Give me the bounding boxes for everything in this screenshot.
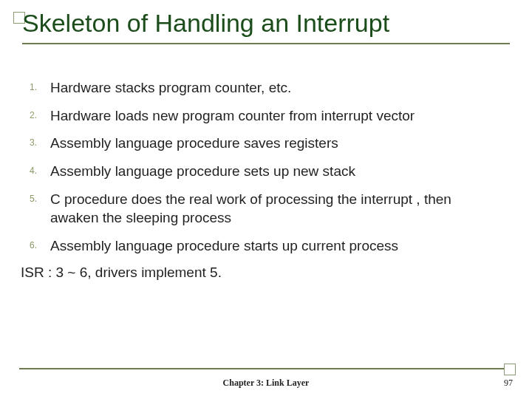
- title-underline: [22, 43, 510, 44]
- list-text: Hardware loads new program counter from …: [50, 106, 415, 126]
- list-item: 2. Hardware loads new program counter fr…: [30, 106, 502, 126]
- list-text: Assembly language procedure sets up new …: [50, 162, 355, 181]
- list-item: 3. Assembly language procedure saves reg…: [30, 134, 502, 153]
- list-item: 5. C procedure does the real work of pro…: [30, 190, 502, 228]
- ordered-list: 1. Hardware stacks program counter, etc.…: [30, 78, 502, 264]
- list-item: 1. Hardware stacks program counter, etc.: [30, 78, 502, 98]
- page-number: 97: [504, 378, 513, 389]
- list-item: 6. Assembly language procedure starts up…: [30, 236, 502, 256]
- footnote-text: ISR : 3 ~ 6, drivers implement 5.: [21, 265, 222, 281]
- footer-corner-decoration: [504, 364, 516, 375]
- slide-title: Skeleton of Handling an Interrupt: [22, 9, 389, 38]
- list-number: 6.: [30, 236, 50, 250]
- list-text: C procedure does the real work of proces…: [50, 190, 502, 228]
- list-number: 3.: [30, 134, 50, 148]
- footer-rule: [19, 368, 510, 369]
- list-number: 5.: [30, 190, 50, 204]
- list-text: Assembly language procedure saves regist…: [50, 134, 338, 153]
- list-number: 4.: [30, 162, 50, 176]
- footer-chapter: Chapter 3: Link Layer: [0, 378, 532, 389]
- list-number: 2.: [30, 106, 50, 120]
- list-text: Hardware stacks program counter, etc.: [50, 78, 291, 98]
- list-item: 4. Assembly language procedure sets up n…: [30, 162, 502, 181]
- list-text: Assembly language procedure starts up cu…: [50, 236, 398, 256]
- list-number: 1.: [30, 78, 50, 92]
